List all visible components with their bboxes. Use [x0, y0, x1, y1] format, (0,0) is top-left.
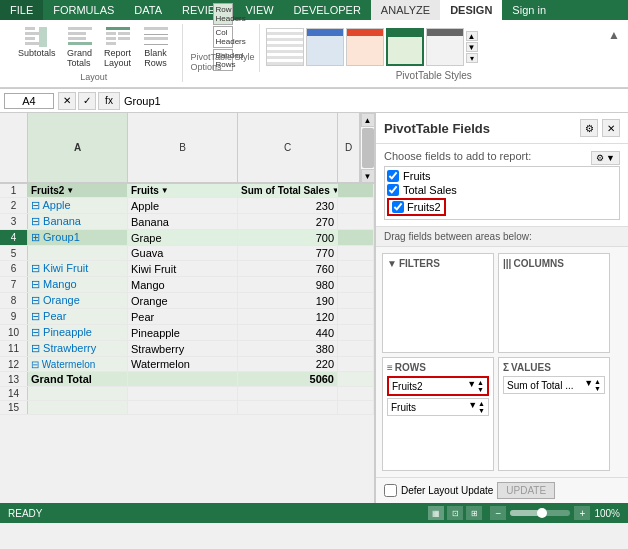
cell-b8[interactable]: Orange	[128, 293, 238, 308]
pivot-field-total-sales-checkbox[interactable]	[387, 184, 399, 196]
cell-b4[interactable]: Grape	[128, 230, 238, 245]
normal-view-btn[interactable]: ▦	[428, 506, 444, 520]
tab-analyze[interactable]: ANALYZE	[371, 0, 440, 20]
pivot-rows-fruits-updown[interactable]: ▲ ▼	[478, 400, 485, 414]
cell-c3[interactable]: 270	[238, 214, 338, 229]
sum-up-arrow[interactable]: ▲	[594, 378, 601, 385]
cell-b5[interactable]: Guava	[128, 246, 238, 260]
style-swatch-5[interactable]	[426, 28, 464, 66]
cell-c9[interactable]: 120	[238, 309, 338, 324]
cell-b7[interactable]: Mango	[128, 277, 238, 292]
pivot-field-fruits2-checkbox[interactable]	[392, 201, 404, 213]
style-swatch-3[interactable]	[346, 28, 384, 66]
cell-b6[interactable]: Kiwi Fruit	[128, 261, 238, 276]
cell-a6[interactable]: ⊟ Kiwi Fruit	[28, 261, 128, 276]
formula-cancel-btn[interactable]: ✕	[58, 92, 76, 110]
pivot-field-fruits-checkbox[interactable]	[387, 170, 399, 182]
cell-c6[interactable]: 760	[238, 261, 338, 276]
pivot-values-sum-updown[interactable]: ▲ ▼	[594, 378, 601, 392]
formula-input[interactable]	[124, 95, 624, 107]
fruits-down-arrow[interactable]: ▼	[478, 407, 485, 414]
pivot-close-btn[interactable]: ✕	[602, 119, 620, 137]
fruits2-down-arrow[interactable]: ▼	[477, 386, 484, 393]
tab-file[interactable]: FILE	[0, 0, 43, 20]
tab-signin[interactable]: Sign in	[502, 0, 556, 20]
cell-a8[interactable]: ⊟ Orange	[28, 293, 128, 308]
cell-c7[interactable]: 980	[238, 277, 338, 292]
cell-b2[interactable]: Apple	[128, 198, 238, 213]
cell-a13[interactable]: Grand Total	[28, 372, 128, 386]
fruits-up-arrow[interactable]: ▲	[478, 400, 485, 407]
ribbon-collapse-btn[interactable]: ▲	[608, 24, 622, 42]
pivot-values-sum-dropdown[interactable]: ▼	[584, 378, 593, 392]
cell-b11[interactable]: Strawberry	[128, 341, 238, 356]
style-scroll-more[interactable]: ▾	[466, 53, 478, 63]
page-layout-btn[interactable]: ⊡	[447, 506, 463, 520]
cell-c4[interactable]: 700	[238, 230, 338, 245]
cell-b13[interactable]	[128, 372, 238, 386]
tab-developer[interactable]: DEVELOPER	[284, 0, 371, 20]
fruits2-up-arrow[interactable]: ▲	[477, 379, 484, 386]
style-swatch-2[interactable]	[306, 28, 344, 66]
blank-rows-button[interactable]: BlankRows	[138, 24, 174, 70]
zoom-slider-thumb[interactable]	[537, 508, 547, 518]
cell-c8[interactable]: 190	[238, 293, 338, 308]
cell-b14[interactable]	[128, 387, 238, 400]
report-layout-button[interactable]: ReportLayout	[100, 24, 136, 70]
cell-c13[interactable]: 5060	[238, 372, 338, 386]
zoom-in-btn[interactable]: +	[574, 506, 590, 520]
formula-confirm-btn[interactable]: ✓	[78, 92, 96, 110]
col-header-c[interactable]: C	[238, 113, 338, 183]
tab-data[interactable]: DATA	[124, 0, 172, 20]
sum-down-arrow[interactable]: ▼	[594, 385, 601, 392]
pivot-settings-btn[interactable]: ⚙	[580, 119, 598, 137]
subtotals-button[interactable]: Subtotals	[14, 24, 60, 60]
cell-b12[interactable]: Watermelon	[128, 357, 238, 371]
cell-a4[interactable]: ⊞ Group1	[28, 230, 128, 245]
cell-c10[interactable]: 440	[238, 325, 338, 340]
cell-a2[interactable]: ⊟ Apple	[28, 198, 128, 213]
scroll-down-btn[interactable]: ▼	[361, 169, 375, 183]
cell-c2[interactable]: 230	[238, 198, 338, 213]
cell-c15[interactable]	[238, 401, 338, 414]
defer-checkbox[interactable]	[384, 484, 397, 497]
tab-design[interactable]: DESIGN	[440, 0, 502, 20]
cell-a10[interactable]: ⊟ Pineapple	[28, 325, 128, 340]
cell-a12[interactable]: ⊟ Watermelon	[28, 357, 128, 371]
cell-b10[interactable]: Pineapple	[128, 325, 238, 340]
col-header-a[interactable]: A	[28, 113, 128, 183]
col-a-dropdown[interactable]: ▼	[66, 186, 74, 195]
cell-a5[interactable]	[28, 246, 128, 260]
cell-a15[interactable]	[28, 401, 128, 414]
pivot-rows-fruits2-dropdown[interactable]: ▼	[467, 379, 476, 393]
cell-a3[interactable]: ⊟ Banana	[28, 214, 128, 229]
cell-a11[interactable]: ⊟ Strawberry	[28, 341, 128, 356]
style-scroll-up[interactable]: ▲	[466, 31, 478, 41]
cell-b1[interactable]: Fruits ▼	[128, 184, 238, 197]
style-swatch-4[interactable]	[386, 28, 424, 66]
cell-c1[interactable]: Sum of Total Sales ▼	[238, 184, 338, 197]
col-header-b[interactable]: B	[128, 113, 238, 183]
cell-a14[interactable]	[28, 387, 128, 400]
pivot-gear-btn[interactable]: ⚙ ▼	[591, 151, 620, 165]
row-headers-checkbox[interactable]: Row Headers Col Headers Banded Rows	[205, 24, 241, 50]
pivot-rows-fruits-dropdown[interactable]: ▼	[468, 400, 477, 414]
cell-a9[interactable]: ⊟ Pear	[28, 309, 128, 324]
col-b-dropdown[interactable]: ▼	[161, 186, 169, 195]
zoom-out-btn[interactable]: −	[490, 506, 506, 520]
pivot-rows-fruits2-updown[interactable]: ▲ ▼	[477, 379, 484, 393]
update-button[interactable]: UPDATE	[497, 482, 555, 499]
tab-formulas[interactable]: FORMULAS	[43, 0, 124, 20]
style-swatch-1[interactable]	[266, 28, 304, 66]
cell-b3[interactable]: Banana	[128, 214, 238, 229]
style-scroll-down[interactable]: ▼	[466, 42, 478, 52]
cell-b15[interactable]	[128, 401, 238, 414]
cell-ref-input[interactable]	[4, 93, 54, 109]
zoom-slider-track[interactable]	[510, 510, 570, 516]
cell-a7[interactable]: ⊟ Mango	[28, 277, 128, 292]
cell-b9[interactable]: Pear	[128, 309, 238, 324]
cell-c5[interactable]: 770	[238, 246, 338, 260]
scroll-up-btn[interactable]: ▲	[361, 113, 375, 127]
vertical-scrollbar[interactable]: ▲ ▼	[360, 113, 374, 183]
page-break-btn[interactable]: ⊞	[466, 506, 482, 520]
